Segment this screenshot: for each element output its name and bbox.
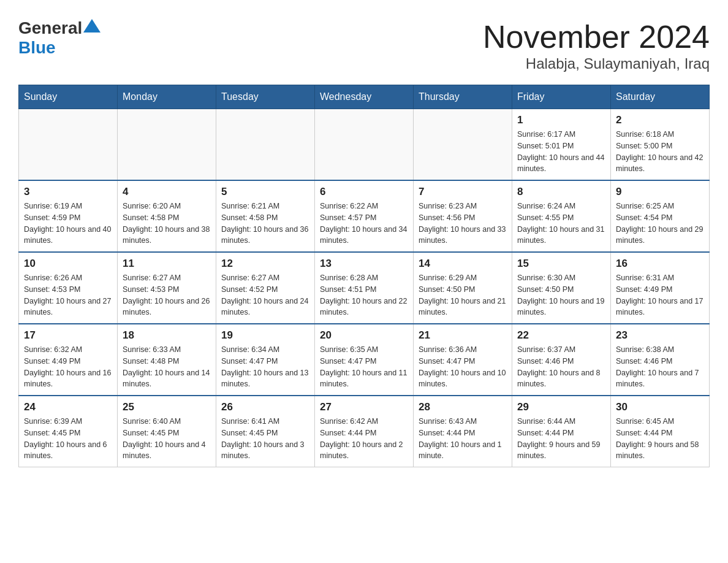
calendar-cell: 21Sunrise: 6:36 AMSunset: 4:47 PMDayligh… — [414, 324, 512, 396]
logo: General Blue — [18, 18, 100, 58]
day-number: 28 — [419, 401, 507, 413]
day-info: Sunrise: 6:37 AMSunset: 4:46 PMDaylight:… — [517, 344, 605, 390]
day-info: Sunrise: 6:27 AMSunset: 4:52 PMDaylight:… — [221, 272, 309, 318]
calendar-week-5: 24Sunrise: 6:39 AMSunset: 4:45 PMDayligh… — [19, 396, 710, 467]
calendar-table: SundayMondayTuesdayWednesdayThursdayFrid… — [18, 85, 710, 467]
calendar-cell: 28Sunrise: 6:43 AMSunset: 4:44 PMDayligh… — [414, 396, 512, 467]
day-number: 19 — [221, 329, 309, 342]
calendar-cell: 10Sunrise: 6:26 AMSunset: 4:53 PMDayligh… — [19, 252, 118, 324]
calendar-header-monday: Monday — [118, 85, 216, 109]
logo-triangle-icon — [83, 19, 100, 33]
calendar-cell: 27Sunrise: 6:42 AMSunset: 4:44 PMDayligh… — [315, 396, 414, 467]
day-info: Sunrise: 6:43 AMSunset: 4:44 PMDaylight:… — [419, 416, 507, 462]
calendar-cell: 15Sunrise: 6:30 AMSunset: 4:50 PMDayligh… — [512, 252, 611, 324]
calendar-cell: 17Sunrise: 6:32 AMSunset: 4:49 PMDayligh… — [19, 324, 118, 396]
day-info: Sunrise: 6:29 AMSunset: 4:50 PMDaylight:… — [419, 272, 507, 318]
day-info: Sunrise: 6:22 AMSunset: 4:57 PMDaylight:… — [320, 201, 408, 247]
day-number: 6 — [320, 186, 408, 198]
calendar-cell: 29Sunrise: 6:44 AMSunset: 4:44 PMDayligh… — [512, 396, 611, 467]
day-info: Sunrise: 6:27 AMSunset: 4:53 PMDaylight:… — [123, 272, 211, 318]
calendar-cell: 24Sunrise: 6:39 AMSunset: 4:45 PMDayligh… — [19, 396, 118, 467]
day-info: Sunrise: 6:36 AMSunset: 4:47 PMDaylight:… — [419, 344, 507, 390]
day-number: 20 — [320, 329, 408, 342]
calendar-title: November 2024 — [483, 18, 710, 55]
day-info: Sunrise: 6:40 AMSunset: 4:45 PMDaylight:… — [123, 416, 211, 462]
logo-blue-text: Blue — [18, 38, 56, 58]
calendar-cell — [118, 109, 216, 181]
day-info: Sunrise: 6:17 AMSunset: 5:01 PMDaylight:… — [517, 129, 605, 175]
day-number: 8 — [517, 186, 605, 198]
day-number: 17 — [24, 329, 112, 342]
day-number: 15 — [517, 258, 605, 270]
calendar-cell: 1Sunrise: 6:17 AMSunset: 5:01 PMDaylight… — [512, 109, 611, 181]
calendar-cell: 23Sunrise: 6:38 AMSunset: 4:46 PMDayligh… — [611, 324, 710, 396]
day-info: Sunrise: 6:18 AMSunset: 5:00 PMDaylight:… — [616, 129, 704, 175]
day-info: Sunrise: 6:20 AMSunset: 4:58 PMDaylight:… — [123, 201, 211, 247]
calendar-cell: 9Sunrise: 6:25 AMSunset: 4:54 PMDaylight… — [611, 180, 710, 252]
page-header: General Blue November 2024 Halabja, Sula… — [18, 18, 710, 72]
calendar-cell: 18Sunrise: 6:33 AMSunset: 4:48 PMDayligh… — [118, 324, 216, 396]
calendar-cell: 4Sunrise: 6:20 AMSunset: 4:58 PMDaylight… — [118, 180, 216, 252]
calendar-cell: 6Sunrise: 6:22 AMSunset: 4:57 PMDaylight… — [315, 180, 414, 252]
day-number: 10 — [24, 258, 112, 270]
day-number: 4 — [123, 186, 211, 198]
day-number: 26 — [221, 401, 309, 413]
day-number: 30 — [616, 401, 704, 413]
day-number: 3 — [24, 186, 112, 198]
day-number: 21 — [419, 329, 507, 342]
calendar-header-thursday: Thursday — [414, 85, 512, 109]
day-number: 24 — [24, 401, 112, 413]
day-info: Sunrise: 6:28 AMSunset: 4:51 PMDaylight:… — [320, 272, 408, 318]
day-info: Sunrise: 6:23 AMSunset: 4:56 PMDaylight:… — [419, 201, 507, 247]
day-info: Sunrise: 6:38 AMSunset: 4:46 PMDaylight:… — [616, 344, 704, 390]
day-info: Sunrise: 6:32 AMSunset: 4:49 PMDaylight:… — [24, 344, 112, 390]
day-number: 11 — [123, 258, 211, 270]
calendar-cell: 19Sunrise: 6:34 AMSunset: 4:47 PMDayligh… — [216, 324, 315, 396]
day-info: Sunrise: 6:21 AMSunset: 4:58 PMDaylight:… — [221, 201, 309, 247]
calendar-header-wednesday: Wednesday — [315, 85, 414, 109]
calendar-week-3: 10Sunrise: 6:26 AMSunset: 4:53 PMDayligh… — [19, 252, 710, 324]
calendar-title-area: November 2024 Halabja, Sulaymaniyah, Ira… — [483, 18, 710, 72]
day-info: Sunrise: 6:30 AMSunset: 4:50 PMDaylight:… — [517, 272, 605, 318]
calendar-cell: 11Sunrise: 6:27 AMSunset: 4:53 PMDayligh… — [118, 252, 216, 324]
calendar-cell: 5Sunrise: 6:21 AMSunset: 4:58 PMDaylight… — [216, 180, 315, 252]
day-number: 23 — [616, 329, 704, 342]
day-info: Sunrise: 6:42 AMSunset: 4:44 PMDaylight:… — [320, 416, 408, 462]
calendar-week-4: 17Sunrise: 6:32 AMSunset: 4:49 PMDayligh… — [19, 324, 710, 396]
day-info: Sunrise: 6:44 AMSunset: 4:44 PMDaylight:… — [517, 416, 605, 462]
day-info: Sunrise: 6:41 AMSunset: 4:45 PMDaylight:… — [221, 416, 309, 462]
day-info: Sunrise: 6:25 AMSunset: 4:54 PMDaylight:… — [616, 201, 704, 247]
calendar-cell: 26Sunrise: 6:41 AMSunset: 4:45 PMDayligh… — [216, 396, 315, 467]
calendar-cell: 20Sunrise: 6:35 AMSunset: 4:47 PMDayligh… — [315, 324, 414, 396]
calendar-cell — [19, 109, 118, 181]
day-number: 2 — [616, 114, 704, 126]
day-number: 16 — [616, 258, 704, 270]
calendar-cell: 16Sunrise: 6:31 AMSunset: 4:49 PMDayligh… — [611, 252, 710, 324]
day-number: 29 — [517, 401, 605, 413]
day-info: Sunrise: 6:19 AMSunset: 4:59 PMDaylight:… — [24, 201, 112, 247]
day-number: 5 — [221, 186, 309, 198]
calendar-cell: 22Sunrise: 6:37 AMSunset: 4:46 PMDayligh… — [512, 324, 611, 396]
calendar-cell — [414, 109, 512, 181]
calendar-header-tuesday: Tuesday — [216, 85, 315, 109]
day-number: 12 — [221, 258, 309, 270]
day-info: Sunrise: 6:31 AMSunset: 4:49 PMDaylight:… — [616, 272, 704, 318]
day-info: Sunrise: 6:26 AMSunset: 4:53 PMDaylight:… — [24, 272, 112, 318]
calendar-header-sunday: Sunday — [19, 85, 118, 109]
calendar-cell: 3Sunrise: 6:19 AMSunset: 4:59 PMDaylight… — [19, 180, 118, 252]
day-number: 7 — [419, 186, 507, 198]
day-number: 1 — [517, 114, 605, 126]
day-info: Sunrise: 6:24 AMSunset: 4:55 PMDaylight:… — [517, 201, 605, 247]
calendar-cell: 30Sunrise: 6:45 AMSunset: 4:44 PMDayligh… — [611, 396, 710, 467]
calendar-cell: 8Sunrise: 6:24 AMSunset: 4:55 PMDaylight… — [512, 180, 611, 252]
day-info: Sunrise: 6:35 AMSunset: 4:47 PMDaylight:… — [320, 344, 408, 390]
calendar-cell — [216, 109, 315, 181]
calendar-header-friday: Friday — [512, 85, 611, 109]
calendar-cell — [315, 109, 414, 181]
day-number: 13 — [320, 258, 408, 270]
calendar-header-row: SundayMondayTuesdayWednesdayThursdayFrid… — [19, 85, 710, 109]
day-number: 27 — [320, 401, 408, 413]
calendar-cell: 25Sunrise: 6:40 AMSunset: 4:45 PMDayligh… — [118, 396, 216, 467]
calendar-week-2: 3Sunrise: 6:19 AMSunset: 4:59 PMDaylight… — [19, 180, 710, 252]
day-info: Sunrise: 6:33 AMSunset: 4:48 PMDaylight:… — [123, 344, 211, 390]
